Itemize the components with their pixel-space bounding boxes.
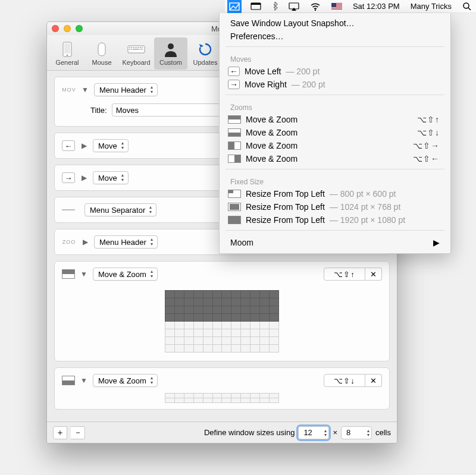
row-move-zoom-2[interactable]: ▼ Move & Zoom▴▾ ⌥⇧↓ ✕ [54,367,390,410]
tag-mov: MOV [62,87,76,93]
submenu-arrow-icon: ▶ [433,238,440,247]
menu-zoom-item[interactable]: Move & Zoom ⌥⇧↓ [220,126,450,139]
spotlight-icon[interactable] [461,0,474,13]
zoom-button[interactable] [76,25,83,32]
moom-menu-dropdown: Save Window Layout Snapshot… Preferences… [219,13,451,254]
tab-updates[interactable]: Updates [189,37,222,70]
phone-icon [58,41,77,58]
row-move-zoom-1[interactable]: ▼ Move & Zoom▴▾ ⌥⇧↑ ✕ [54,261,390,361]
cols-select[interactable]: 12▴▾ [298,426,329,439]
person-icon [161,41,180,58]
svg-point-18 [168,43,174,49]
minimize-button[interactable] [64,25,71,32]
app-name[interactable]: Many Tricks [409,0,453,13]
section-fixed-label: Fixed Size [220,173,450,187]
separator-icon [62,209,75,210]
svg-rect-9 [136,47,137,48]
tab-keyboard[interactable]: Keyboard [120,37,153,70]
svg-rect-17 [141,49,143,50]
menu-fixed-item[interactable]: Resize From Top Left — 1920 pt × 1080 pt [220,213,450,227]
svg-rect-13 [129,49,130,50]
type-popup[interactable]: Move▴▾ [93,171,129,184]
svg-rect-21 [251,3,261,5]
menu-fixed-item[interactable]: Resize From Top Left — 800 pt × 600 pt [220,187,450,200]
menu-moom-submenu[interactable]: Moom ▶ [220,234,450,251]
menu-bar: Sat 12:03 PM Many Tricks [225,0,476,13]
svg-rect-7 [133,47,134,48]
clear-shortcut-button[interactable]: ✕ [365,268,382,281]
grid-selector[interactable] [165,290,279,353]
close-button[interactable] [52,25,59,32]
display-menu-icon[interactable] [249,0,263,13]
tab-mouse-label: Mouse [92,59,111,66]
clock[interactable]: Sat 12:03 PM [351,0,402,13]
grid-selector[interactable] [165,393,279,403]
type-popup[interactable]: Move▴▾ [93,139,129,152]
shortcut-field[interactable]: ⌥⇧↑ [324,268,365,281]
menu-zoom-item[interactable]: Move & Zoom ⌥⇧↑ [220,113,450,126]
disclosure-triangle[interactable]: ▶ [80,174,88,182]
svg-line-25 [468,8,471,10]
svg-rect-6 [131,47,132,48]
tab-updates-label: Updates [193,59,218,66]
tab-custom[interactable]: Custom [154,37,187,70]
svg-rect-10 [138,47,139,48]
svg-point-24 [464,3,469,8]
traffic-lights [52,25,83,32]
disclosure-triangle[interactable]: ▼ [80,376,88,385]
airplay-icon[interactable] [287,0,301,13]
menu-zoom-item[interactable]: Move & Zoom ⌥⇧→ [220,139,450,152]
svg-rect-5 [129,47,130,48]
remove-button[interactable]: － [71,426,85,439]
arrow-right-icon: → [62,172,75,183]
layout-thumb-icon [228,128,241,137]
keyboard-icon [127,41,146,58]
tab-mouse[interactable]: Mouse [85,37,118,70]
svg-rect-15 [133,49,139,50]
add-button[interactable]: ＋ [53,426,67,439]
tab-keyboard-label: Keyboard [122,59,150,66]
disclosure-triangle[interactable]: ▼ [80,270,88,278]
rows-select[interactable]: 8▴▾ [341,426,372,439]
times-label: × [333,428,337,437]
arrow-left-icon: ← [228,67,240,76]
mouse-icon [92,41,111,58]
layout-thumb-icon [228,115,241,124]
type-popup[interactable]: Menu Separator▴▾ [84,203,156,216]
menu-move-left[interactable]: ← Move Left — 200 pt [220,65,450,78]
svg-rect-16 [139,49,140,50]
menu-zoom-item[interactable]: Move & Zoom ⌥⇧← [220,152,450,165]
clear-shortcut-button[interactable]: ✕ [365,374,382,387]
type-popup[interactable]: Menu Header▴▾ [94,235,158,248]
section-zooms-label: Zooms [220,99,450,113]
bluetooth-icon[interactable] [270,0,280,13]
disclosure-triangle[interactable]: ▶ [80,141,88,150]
tag-zoo: ZOO [62,239,76,245]
svg-rect-8 [134,47,136,48]
svg-rect-1 [64,43,70,54]
input-source-icon[interactable] [330,0,344,13]
wifi-icon[interactable] [308,0,322,13]
layout-thumb-icon [62,376,75,385]
refresh-icon [196,41,215,58]
menu-save-snapshot[interactable]: Save Window Layout Snapshot… [220,17,450,30]
cells-label: cells [375,428,391,437]
type-popup[interactable]: Move & Zoom▴▾ [93,268,158,281]
type-popup[interactable]: Menu Header▴▾ [94,83,158,96]
menu-fixed-item[interactable]: Resize From Top Left — 1024 pt × 768 pt [220,200,450,213]
menu-preferences[interactable]: Preferences… [220,30,450,43]
svg-rect-14 [131,49,132,50]
layout-thumb-icon [228,190,241,198]
menu-move-right[interactable]: → Move Right — 200 pt [220,78,450,91]
disclosure-triangle[interactable]: ▼ [81,86,89,94]
moom-menu-extra[interactable] [227,0,242,13]
type-popup[interactable]: Move & Zoom▴▾ [93,374,158,387]
svg-rect-11 [140,47,141,48]
bottom-bar: ＋ － Define window sizes using 12▴▾ × 8▴▾… [47,421,397,443]
define-label: Define window sizes using [204,428,295,437]
shortcut-field[interactable]: ⌥⇧↓ [324,374,365,387]
layout-thumb-icon [228,141,241,150]
tab-general[interactable]: General [51,37,84,70]
svg-rect-12 [142,47,143,48]
disclosure-triangle[interactable]: ▶ [81,238,89,246]
